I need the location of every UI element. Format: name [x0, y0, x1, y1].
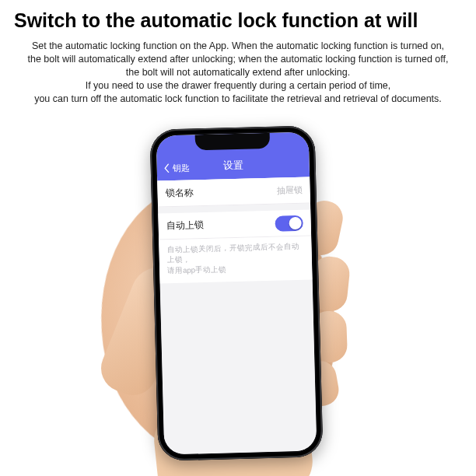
phone-frame: 钥匙 设置 锁名称 抽屉锁 自动上锁 自动上锁关闭后，开锁完成后不会自动上锁， … — [149, 125, 323, 460]
lock-name-label: 锁名称 — [165, 186, 193, 200]
marketing-headline: Switch to the automatic lock function at… — [0, 0, 476, 37]
settings-content: 锁名称 抽屉锁 自动上锁 自动上锁关闭后，开锁完成后不会自动上锁， 请用app手… — [157, 177, 317, 454]
back-label: 钥匙 — [173, 163, 190, 175]
phone-notch — [195, 133, 270, 151]
auto-lock-hint: 自动上锁关闭后，开锁完成后不会自动上锁， 请用app手动上锁 — [159, 236, 312, 283]
phone-screen: 钥匙 设置 锁名称 抽屉锁 自动上锁 自动上锁关闭后，开锁完成后不会自动上锁， … — [156, 132, 317, 455]
chevron-left-icon — [163, 163, 171, 174]
lock-name-value: 抽屉锁 — [276, 184, 302, 197]
desc-line: you can turn off the automatic lock func… — [9, 93, 467, 106]
marketing-description: Set the automatic locking function on th… — [0, 37, 476, 105]
product-illustration: 钥匙 设置 锁名称 抽屉锁 自动上锁 自动上锁关闭后，开锁完成后不会自动上锁， … — [0, 109, 476, 476]
row-lock-name[interactable]: 锁名称 抽屉锁 — [157, 177, 310, 207]
page-title: 设置 — [222, 159, 243, 173]
desc-line: Set the automatic locking function on th… — [9, 40, 467, 53]
desc-line: If you need to use the drawer frequently… — [9, 79, 467, 93]
desc-line: the bolt will automatically extend after… — [9, 53, 467, 66]
desc-line: the bolt will not automatically extend a… — [9, 66, 467, 79]
row-auto-lock: 自动上锁 — [158, 209, 311, 240]
auto-lock-toggle[interactable] — [275, 215, 303, 231]
back-button[interactable]: 钥匙 — [163, 163, 190, 175]
auto-lock-label: 自动上锁 — [166, 219, 203, 233]
